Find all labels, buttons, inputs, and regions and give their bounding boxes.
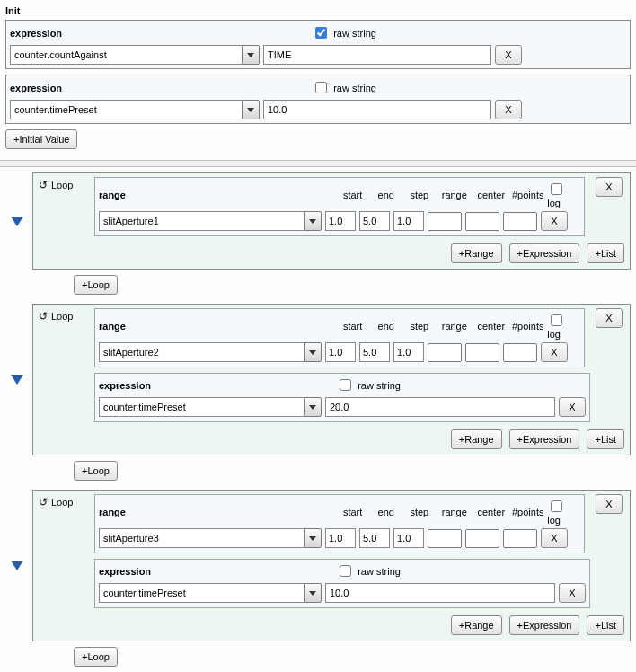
- dropdown-icon[interactable]: [242, 100, 260, 119]
- collapse-icon[interactable]: [11, 375, 23, 385]
- col-center: center: [473, 507, 508, 517]
- raw-string-label: raw string: [333, 83, 376, 93]
- delete-loop-button[interactable]: X: [596, 177, 623, 197]
- dropdown-icon[interactable]: [304, 211, 322, 231]
- delete-range-button[interactable]: X: [541, 211, 568, 231]
- step-input[interactable]: [393, 211, 424, 231]
- start-input[interactable]: [325, 528, 356, 548]
- range-variable-input[interactable]: [99, 211, 304, 231]
- delete-loop-button[interactable]: X: [596, 308, 623, 328]
- range-label: range: [99, 190, 335, 200]
- col-step: step: [403, 507, 435, 517]
- collapse-icon[interactable]: [11, 561, 23, 570]
- expression-input[interactable]: [10, 45, 242, 65]
- add-expression-button[interactable]: +Expression: [509, 243, 580, 263]
- range-group: range start end step range center #point…: [94, 494, 585, 553]
- col-points: #points: [510, 321, 545, 332]
- dropdown-icon[interactable]: [304, 583, 322, 603]
- col-start: start: [337, 507, 368, 517]
- expression-label: expression: [10, 83, 62, 93]
- points-input[interactable]: [503, 343, 537, 362]
- dropdown-icon[interactable]: [304, 397, 322, 417]
- end-input[interactable]: [359, 211, 390, 231]
- loop-label: Loop: [39, 494, 89, 508]
- col-log: log: [547, 498, 580, 526]
- step-input[interactable]: [393, 342, 424, 362]
- dropdown-icon[interactable]: [304, 528, 322, 548]
- col-log: log: [547, 181, 580, 208]
- delete-range-button[interactable]: X: [541, 342, 568, 362]
- col-center: center: [473, 190, 508, 200]
- log-checkbox[interactable]: [551, 314, 562, 326]
- raw-string-checkbox[interactable]: [340, 565, 351, 577]
- add-loop-button[interactable]: +Loop: [74, 647, 118, 667]
- log-checkbox[interactable]: [551, 500, 562, 512]
- delete-button[interactable]: X: [495, 45, 522, 65]
- loop-expression-group: expression raw string X: [94, 559, 590, 608]
- expression-label: expression: [10, 28, 62, 39]
- add-list-button[interactable]: +List: [587, 429, 624, 449]
- add-initial-value-button[interactable]: +Initial Value: [5, 129, 77, 149]
- expression-value-input[interactable]: [325, 583, 555, 603]
- add-loop-button[interactable]: +Loop: [74, 275, 118, 295]
- center-input[interactable]: [465, 212, 499, 231]
- dropdown-icon[interactable]: [242, 45, 260, 65]
- start-input[interactable]: [325, 342, 356, 362]
- add-range-button[interactable]: +Range: [451, 429, 502, 449]
- init-expression-group: expression raw string X: [5, 75, 631, 124]
- range-input[interactable]: [428, 212, 462, 231]
- range-label: range: [99, 321, 335, 332]
- add-expression-button[interactable]: +Expression: [509, 615, 580, 635]
- col-center: center: [473, 321, 508, 332]
- start-input[interactable]: [325, 211, 356, 231]
- col-end: end: [370, 321, 402, 332]
- range-group: range start end step range center #point…: [94, 177, 585, 236]
- expression-label: expression: [99, 566, 151, 577]
- loop-label: Loop: [39, 177, 89, 191]
- center-input[interactable]: [465, 343, 499, 362]
- delete-loop-button[interactable]: X: [596, 494, 623, 514]
- log-checkbox[interactable]: [551, 183, 562, 195]
- expression-input[interactable]: [99, 583, 304, 603]
- loop-icon: [39, 179, 48, 191]
- range-variable-input[interactable]: [99, 342, 304, 362]
- add-list-button[interactable]: +List: [587, 243, 624, 263]
- expression-value-input[interactable]: [263, 45, 491, 65]
- add-range-button[interactable]: +Range: [451, 243, 502, 263]
- expression-input[interactable]: [10, 100, 242, 119]
- add-range-button[interactable]: +Range: [451, 615, 502, 635]
- add-expression-button[interactable]: +Expression: [509, 429, 580, 449]
- loop-icon: [39, 496, 48, 508]
- col-step: step: [403, 190, 435, 200]
- loop-row: Loop range start end step range center #…: [2, 172, 631, 270]
- expression-value-input[interactable]: [263, 100, 491, 119]
- range-variable-input[interactable]: [99, 528, 304, 548]
- delete-button[interactable]: X: [495, 100, 522, 119]
- col-step: step: [403, 321, 435, 332]
- dropdown-icon[interactable]: [304, 342, 322, 362]
- delete-button[interactable]: X: [559, 583, 586, 603]
- raw-string-label: raw string: [333, 28, 376, 39]
- range-input[interactable]: [428, 343, 462, 362]
- points-input[interactable]: [503, 529, 537, 548]
- expression-value-input[interactable]: [325, 397, 555, 417]
- delete-range-button[interactable]: X: [541, 528, 568, 548]
- col-start: start: [337, 190, 368, 200]
- loop-box: Loop range start end step range center #…: [32, 172, 631, 270]
- points-input[interactable]: [503, 212, 537, 231]
- init-title: Init: [5, 5, 631, 16]
- expression-input[interactable]: [99, 397, 304, 417]
- add-loop-button[interactable]: +Loop: [74, 461, 118, 481]
- raw-string-checkbox[interactable]: [315, 82, 327, 93]
- collapse-icon[interactable]: [11, 217, 23, 226]
- step-input[interactable]: [393, 528, 424, 548]
- delete-button[interactable]: X: [559, 397, 586, 417]
- end-input[interactable]: [359, 528, 390, 548]
- col-start: start: [337, 321, 368, 332]
- add-list-button[interactable]: +List: [587, 615, 624, 635]
- end-input[interactable]: [359, 342, 390, 362]
- raw-string-checkbox[interactable]: [315, 27, 327, 39]
- center-input[interactable]: [465, 529, 499, 548]
- range-input[interactable]: [428, 529, 462, 548]
- raw-string-checkbox[interactable]: [340, 379, 351, 391]
